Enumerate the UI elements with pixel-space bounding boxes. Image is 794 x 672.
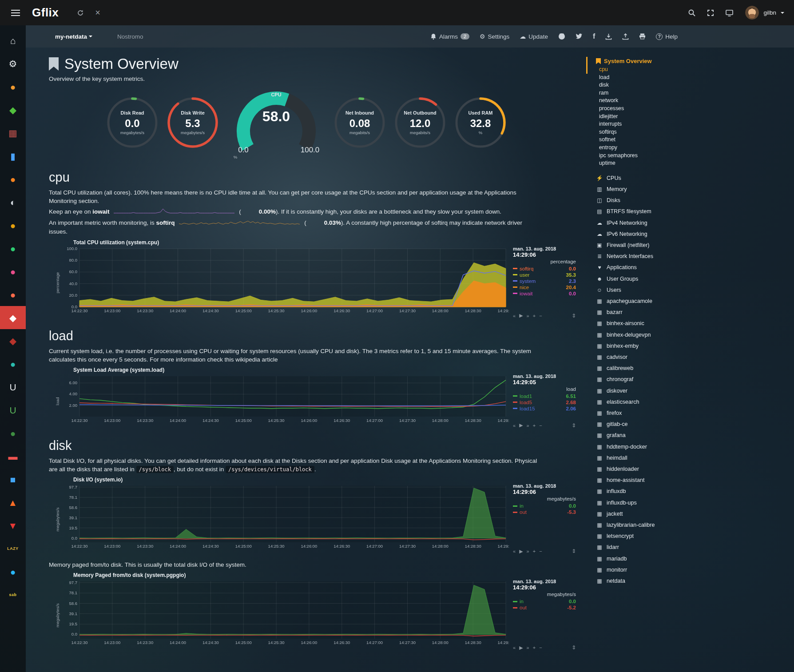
- jump-back-icon[interactable]: «: [513, 549, 516, 554]
- menu-item-influxdb-ups[interactable]: ▦influxdb-ups: [586, 497, 794, 509]
- play-icon[interactable]: ▶: [519, 422, 523, 428]
- menu-item-netdata[interactable]: ▦netdata: [586, 576, 794, 587]
- rail-app-green[interactable]: ●: [0, 237, 26, 260]
- zoom-in-icon[interactable]: +: [533, 549, 536, 554]
- rail-app-blue-drop[interactable]: ●: [0, 560, 26, 583]
- legend-item-user[interactable]: user35.3: [513, 272, 576, 278]
- play-icon[interactable]: ▶: [519, 645, 523, 651]
- gauge-cpu[interactable]: CPU58.00.0100.0%: [223, 88, 330, 161]
- alarms-button[interactable]: Alarms 2: [430, 33, 469, 40]
- chart-plot-area[interactable]: 0.019.539.158.678.197.714:22:3014:23:001…: [61, 579, 509, 645]
- menu-item-load[interactable]: load: [586, 74, 794, 82]
- rail-app-darkgreen[interactable]: ●: [0, 421, 26, 445]
- rail-home[interactable]: ⌂: [0, 29, 26, 52]
- legend-item-out[interactable]: out-5.3: [513, 509, 576, 515]
- help-button[interactable]: ?Help: [656, 33, 678, 40]
- menu-item-disk[interactable]: disk: [586, 81, 794, 89]
- legend-item-out[interactable]: out-5.2: [513, 604, 576, 611]
- menu-item-letsencrypt[interactable]: ▦letsencrypt: [586, 531, 794, 542]
- menu-item-calibreweb[interactable]: ▦calibreweb: [586, 363, 794, 374]
- rail-app-blue-square[interactable]: ■: [0, 468, 26, 491]
- rail-app-active-netdata[interactable]: ◆: [0, 306, 26, 329]
- legend-item-in[interactable]: in0.0: [513, 503, 576, 509]
- play-icon[interactable]: ▶: [519, 549, 523, 554]
- menu-item-jackett[interactable]: ▦jackett: [586, 509, 794, 520]
- close-tab-icon[interactable]: ×: [95, 8, 100, 18]
- chart-canvas[interactable]: 2.004.006.0014:22:3014:23:0014:23:3014:2…: [61, 374, 509, 423]
- zoom-out-icon[interactable]: −: [539, 549, 542, 554]
- menu-item-monitorr[interactable]: ▦monitorr: [586, 565, 794, 576]
- rail-app-dark-disc[interactable]: ◐: [0, 191, 26, 214]
- chart-plot-area[interactable]: 2.004.006.0014:22:3014:23:0014:23:3014:2…: [61, 374, 509, 423]
- rail-app-pills[interactable]: ▬: [0, 445, 26, 468]
- chart-canvas[interactable]: 0.020.040.060.080.0100.014:22:3014:23:00…: [61, 246, 509, 314]
- rail-app-gitlab[interactable]: ▲: [0, 491, 26, 514]
- fullscreen-icon[interactable]: [707, 9, 715, 17]
- update-button[interactable]: ☁Update: [520, 33, 548, 40]
- rail-app-green-u[interactable]: U: [0, 398, 26, 421]
- zoom-out-icon[interactable]: −: [539, 313, 542, 318]
- menu-item-ipv6-networking[interactable]: ☁IPv6 Networking: [586, 229, 794, 240]
- menu-item-firewall-netfilter[interactable]: ▣Firewall (netfilter): [586, 240, 794, 251]
- menu-item-processes[interactable]: processes: [586, 105, 794, 113]
- rail-app-lazylibrarian[interactable]: LAZY: [0, 537, 26, 560]
- gauge-disk-read[interactable]: Disk Read0.0megabytes/s: [102, 94, 163, 155]
- menu-item-ram[interactable]: ram: [586, 89, 794, 97]
- hamburger-menu-button[interactable]: [6, 4, 25, 22]
- facebook-button[interactable]: f: [593, 32, 595, 40]
- zoom-out-icon[interactable]: −: [539, 423, 542, 428]
- jump-forward-icon[interactable]: »: [527, 645, 529, 650]
- menu-item-binhex-delugevpn[interactable]: ▦binhex-delugevpn: [586, 330, 794, 341]
- menu-item-system-overview[interactable]: System Overview: [586, 57, 794, 66]
- menu-item-chronograf[interactable]: ▦chronograf: [586, 374, 794, 385]
- gauge-net-outbound[interactable]: Net Outbound12.0megabits/s: [390, 94, 450, 155]
- menu-item-lidarr[interactable]: ▦lidarr: [586, 542, 794, 553]
- menu-item-softirqs[interactable]: softirqs: [586, 128, 794, 136]
- multi-view-icon[interactable]: [725, 9, 734, 17]
- jump-back-icon[interactable]: «: [513, 423, 516, 428]
- menu-item-firefox[interactable]: ▦firefox: [586, 408, 794, 419]
- menu-item-hiddenloader[interactable]: ▦hiddenloader: [586, 464, 794, 475]
- resize-handle-icon[interactable]: ⇕: [572, 422, 576, 429]
- menu-item-heimdall[interactable]: ▦heimdall: [586, 453, 794, 464]
- menu-item-ipc-semaphores[interactable]: ipc semaphores: [586, 152, 794, 160]
- jump-back-icon[interactable]: «: [513, 313, 516, 318]
- export-snapshot-button[interactable]: [622, 33, 629, 40]
- rail-app-blue-bars[interactable]: ▮: [0, 144, 26, 167]
- menu-item-cadvisor[interactable]: ▦cadvisor: [586, 352, 794, 363]
- zoom-out-icon[interactable]: −: [539, 645, 542, 650]
- avatar[interactable]: [745, 6, 759, 20]
- rail-settings[interactable]: ⚙: [0, 52, 26, 75]
- zoom-in-icon[interactable]: +: [533, 645, 536, 650]
- menu-item-applications[interactable]: ♥Applications: [586, 262, 794, 273]
- rail-app-green-diamond[interactable]: ◆: [0, 98, 26, 121]
- rail-app-search[interactable]: ●: [0, 167, 26, 191]
- jump-forward-icon[interactable]: »: [527, 313, 529, 318]
- rail-app-gold[interactable]: ●: [0, 214, 26, 237]
- print-button[interactable]: [639, 33, 646, 40]
- refresh-icon[interactable]: [76, 9, 84, 17]
- resize-handle-icon[interactable]: ⇕: [572, 548, 576, 554]
- menu-item-softnet[interactable]: softnet: [586, 136, 794, 144]
- github-button[interactable]: [558, 33, 565, 40]
- menu-item-binhex-emby[interactable]: ▦binhex-emby: [586, 341, 794, 352]
- twitter-button[interactable]: [576, 33, 583, 40]
- legend-item-in[interactable]: in0.0: [513, 598, 576, 604]
- menu-item-idlejitter[interactable]: idlejitter: [586, 113, 794, 121]
- rail-app-orange[interactable]: ●: [0, 75, 26, 98]
- chart-canvas[interactable]: 0.019.539.158.678.197.714:22:3014:23:001…: [61, 483, 509, 549]
- gauge-net-inbound[interactable]: Net Inbound0.08megabits/s: [330, 94, 390, 155]
- menu-item-memory[interactable]: ▥Memory: [586, 184, 794, 195]
- user-menu[interactable]: gilbn: [763, 9, 784, 16]
- rail-app-teal[interactable]: ●: [0, 352, 26, 375]
- menu-item-cpus[interactable]: ⚡CPUs: [586, 173, 794, 184]
- search-icon[interactable]: [688, 9, 696, 17]
- rail-app-red-arrow[interactable]: ▼: [0, 514, 26, 537]
- menu-item-disks[interactable]: ◫Disks: [586, 195, 794, 206]
- menu-item-users[interactable]: ☺Users: [586, 285, 794, 296]
- menu-item-entropy[interactable]: entropy: [586, 144, 794, 152]
- jump-back-icon[interactable]: «: [513, 645, 516, 650]
- chart-plot-area[interactable]: 0.020.040.060.080.0100.014:22:3014:23:00…: [61, 246, 509, 314]
- menu-item-gitlab-ce[interactable]: ▦gitlab-ce: [586, 419, 794, 430]
- menu-item-home-assistant[interactable]: ▦home-assistant: [586, 475, 794, 486]
